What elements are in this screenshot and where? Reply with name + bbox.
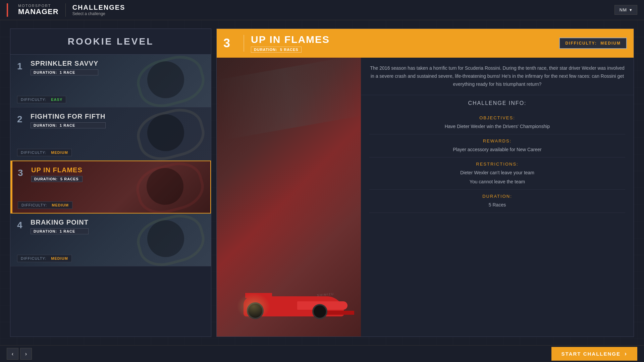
challenge-duration-2: DURATION: 1 RACE [31,122,106,128]
objectives-value: Have Dieter Wexler win the Drivers' Cham… [369,123,625,130]
challenge-top-4: 4 BRAKING POINT DURATION: 1 RACE [17,219,204,234]
challenge-name-2: FIGHTING FOR FIFTH [31,113,106,120]
logo-manager: MANAGER [18,8,59,16]
difficulty-value-4: MEDIUM [51,256,68,260]
challenge-item-4[interactable]: 4 BRAKING POINT DURATION: 1 RACE DIFFICU… [10,214,211,266]
duration-label-3: DURATION: [34,177,58,181]
detail-divider [244,35,244,52]
challenge-number-1: 1 [17,60,25,72]
start-chevron-icon: › [625,350,627,357]
challenge-content-1: 1 SPRINKLER SAVVY DURATION: 1 RACE DIFFI… [10,55,211,107]
rewards-row: Rewards: Player accessory available for … [369,134,625,158]
challenge-info-section: CHALLENGE INFO: Objectives: Have Dieter … [361,95,634,218]
prev-button[interactable]: ‹ [7,348,18,360]
detail-title-area: UP IN FLAMES DURATION: 5 RACES [251,34,552,53]
challenge-difficulty-4: DIFFICULTY: MEDIUM [17,255,72,262]
detail-text-area: The 2016 season has taken a horrific tur… [361,58,634,337]
car-wheel-fl [312,304,327,319]
challenge-name-3: UP IN FLAMES [31,166,83,174]
challenge-content-4: 4 BRAKING POINT DURATION: 1 RACE DIFFICU… [10,214,211,266]
rewards-label: Rewards: [369,138,625,143]
nav-buttons: ‹ › [7,348,32,360]
challenge-item-3[interactable]: 3 UP IN FLAMES DURATION: 5 RACES DIFFICU… [10,161,211,214]
detail-title: UP IN FLAMES [251,34,552,45]
challenge-description: The 2016 season has taken a horrific tur… [361,58,634,95]
detail-difficulty-label: DIFFICULTY: [565,41,597,46]
chevron-down-icon: ▾ [630,7,632,12]
info-title: CHALLENGE INFO: [369,100,625,106]
panel-header: ROOKIE LEVEL [10,29,211,55]
challenges-list: 1 SPRINKLER SAVVY DURATION: 1 RACE DIFFI… [10,55,211,337]
detail-difficulty-value: MEDIUM [600,41,621,46]
bottom-bar: ‹ › Start Challenge › [0,345,644,362]
objectives-label: Objectives: [369,115,625,120]
duration-value-1: 1 RACE [60,70,75,74]
app-header: MOTORSPORT MANAGER CHALLENGES Select a c… [0,0,644,20]
challenge-number-4: 4 [17,219,25,231]
restrictions-row: Restrictions: Dieter Wexler can't leave … [369,158,625,190]
duration-value-4: 1 RACE [60,229,75,233]
challenge-image: SHIMIZU [217,58,361,337]
challenge-duration-4: DURATION: 1 RACE [31,228,89,234]
challenge-top-1: 1 SPRINKLER SAVVY DURATION: 1 RACE [17,60,204,75]
difficulty-prefix-1: DIFFICULTY: [21,98,46,102]
challenges-list-panel: ROOKIE LEVEL 1 SPRINKLER SAVVY DURAT [10,28,211,337]
challenge-detail-panel: 3 UP IN FLAMES DURATION: 5 RACES DIFFICU… [216,28,634,337]
challenge-info-4: BRAKING POINT DURATION: 1 RACE [31,219,89,234]
detail-image-area: SHIMIZU [217,58,361,337]
difficulty-value-1: EASY [51,98,62,102]
difficulty-prefix-4: DIFFICULTY: [21,256,46,260]
rewards-value: Player accessory available for New Caree… [369,146,625,153]
duration-label-4: DURATION: [34,229,57,233]
challenge-info-1: SPRINKLER SAVVY DURATION: 1 RACE [31,60,98,75]
duration-info-value: 5 Races [369,201,625,208]
page-title: CHALLENGES [72,4,125,11]
challenge-number-3: 3 [18,166,26,178]
logo-area: MOTORSPORT MANAGER [7,3,66,17]
duration-value-3: 5 RACES [60,177,79,181]
difficulty-value-2: MEDIUM [51,150,68,155]
page-subtitle: Select a challenge [72,11,125,16]
challenge-difficulty-1: DIFFICULTY: EASY [17,96,66,103]
restrictions-label: Restrictions: [369,162,625,167]
duration-value-2: 1 RACE [60,123,75,127]
challenge-top-3: 3 UP IN FLAMES DURATION: 5 RACES [18,166,204,182]
duration-row: Duration: 5 Races [369,190,625,213]
detail-header: 3 UP IN FLAMES DURATION: 5 RACES DIFFICU… [217,29,634,58]
objectives-row: Objectives: Have Dieter Wexler win the D… [369,111,625,134]
detail-duration-value: 5 RACES [280,48,299,52]
header-title-area: CHALLENGES Select a challenge [72,4,125,16]
challenge-duration-1: DURATION: 1 RACE [31,69,98,75]
restrictions-value-2: You cannot leave the team [369,178,625,185]
challenge-number-2: 2 [17,113,25,125]
challenge-content-2: 2 FIGHTING FOR FIFTH DURATION: 1 RACE DI… [10,108,211,160]
challenge-difficulty-2: DIFFICULTY: MEDIUM [17,149,72,156]
challenge-top-2: 2 FIGHTING FOR FIFTH DURATION: 1 RACE [17,113,204,128]
prev-icon: ‹ [12,351,13,357]
logo-accent [7,3,8,17]
challenge-info-2: FIGHTING FOR FIFTH DURATION: 1 RACE [31,113,106,128]
user-initials: NM [620,7,627,12]
main-content: ROOKIE LEVEL 1 SPRINKLER SAVVY DURAT [0,20,644,345]
challenge-content-3: 3 UP IN FLAMES DURATION: 5 RACES DIFFICU… [11,161,210,213]
start-challenge-label: Start Challenge [561,351,621,357]
challenge-item-1[interactable]: 1 SPRINKLER SAVVY DURATION: 1 RACE DIFFI… [10,55,211,108]
challenge-difficulty-3: DIFFICULTY: MEDIUM [18,201,72,209]
duration-label-2: DURATION: [34,123,57,127]
section-title: ROOKIE LEVEL [18,36,204,47]
smoke-effect [237,293,270,320]
challenge-duration-3: DURATION: 5 RACES [31,176,83,182]
detail-number: 3 [223,36,237,50]
start-challenge-button[interactable]: Start Challenge › [551,347,637,361]
difficulty-value-3: MEDIUM [52,203,69,207]
next-button[interactable]: › [20,348,32,360]
challenge-info-3: UP IN FLAMES DURATION: 5 RACES [31,166,83,182]
challenge-item-2[interactable]: 2 FIGHTING FOR FIFTH DURATION: 1 RACE DI… [10,108,211,161]
next-icon: › [25,351,27,357]
duration-info-label: Duration: [369,194,625,199]
detail-difficulty-badge: DIFFICULTY: MEDIUM [559,38,627,49]
detail-duration: DURATION: 5 RACES [251,47,302,53]
duration-label-1: DURATION: [34,70,57,74]
detail-duration-label: DURATION: [254,48,277,52]
user-menu[interactable]: NM ▾ [614,5,637,15]
